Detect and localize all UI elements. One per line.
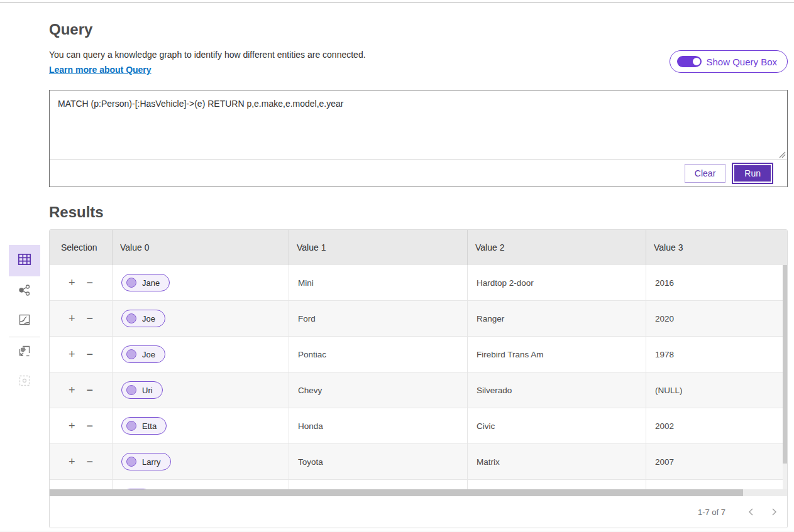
cell-model: Civic <box>468 408 646 443</box>
entity-pill[interactable]: Jane <box>121 274 170 291</box>
column-header-value1[interactable]: Value 1 <box>289 230 468 265</box>
cell-year: 2016 <box>646 265 787 300</box>
horizontal-scrollbar[interactable] <box>50 489 787 496</box>
link-chart-add-icon <box>17 373 32 391</box>
row-remove-selection-button[interactable]: − <box>85 312 95 325</box>
table-footer: 1-7 of 7 <box>50 496 787 528</box>
sidebar-item-map-add-view[interactable] <box>9 337 40 368</box>
sidebar-item-map-view[interactable] <box>9 305 40 337</box>
cell-make: Chevy <box>289 372 468 408</box>
horizontal-scrollbar-thumb[interactable] <box>50 489 743 496</box>
entity-icon <box>126 313 136 323</box>
top-divider <box>0 2 794 3</box>
row-add-selection-button[interactable]: + <box>67 419 77 433</box>
row-remove-selection-button[interactable]: − <box>85 383 95 397</box>
table-row: + − Jane Mini Hardtop 2-door 2016 <box>50 265 787 301</box>
column-header-value3[interactable]: Value 3 <box>646 230 787 265</box>
table-row: + − Uri Chevy Silverado (NULL) <box>50 372 787 408</box>
entity-pill[interactable]: Etta <box>121 417 167 435</box>
cell-year: 2007 <box>646 444 787 479</box>
table-row-partial <box>50 480 787 489</box>
row-add-selection-button[interactable]: + <box>67 312 77 325</box>
results-table: Selection Value 0 Value 1 Value 2 Value … <box>49 229 788 528</box>
cell-make: Pontiac <box>289 337 468 372</box>
row-remove-selection-button[interactable]: − <box>85 276 95 290</box>
cell-year: (NULL) <box>646 372 787 408</box>
vertical-scrollbar-thumb[interactable] <box>783 265 787 464</box>
pagination-range: 1-7 of 7 <box>698 508 725 517</box>
row-remove-selection-button[interactable]: − <box>85 419 95 433</box>
column-header-selection[interactable]: Selection <box>50 230 113 265</box>
entity-icon <box>126 278 136 288</box>
entity-pill[interactable]: Larry <box>121 453 171 470</box>
query-input[interactable]: MATCH (p:Person)-[:HasVehicle]->(e) RETU… <box>50 90 787 158</box>
page-title: Query <box>49 21 92 38</box>
page-description: You can query a knowledge graph to ident… <box>49 50 366 60</box>
column-header-value2[interactable]: Value 2 <box>468 230 646 265</box>
cell-make: Toyota <box>289 444 468 479</box>
query-actions: Clear Run <box>50 160 787 187</box>
cell-year: 1978 <box>646 337 787 372</box>
next-page-button[interactable] <box>768 506 780 518</box>
results-title: Results <box>49 204 104 221</box>
cell-model: Ranger <box>468 301 646 336</box>
cell-make: Mini <box>289 265 468 300</box>
row-add-selection-button[interactable]: + <box>67 276 77 290</box>
learn-more-link[interactable]: Learn more about Query <box>49 65 152 75</box>
toggle-switch-icon[interactable] <box>677 56 701 67</box>
map-icon <box>17 312 32 330</box>
table-row: + − Joe Ford Ranger 2020 <box>50 301 787 337</box>
entity-pill[interactable]: Joe <box>121 310 165 327</box>
row-add-selection-button[interactable]: + <box>67 347 77 361</box>
bottom-divider <box>0 531 794 531</box>
cell-make: Ford <box>289 301 468 336</box>
show-query-box-toggle[interactable]: Show Query Box <box>670 50 788 73</box>
cell-model: Silverado <box>468 372 646 408</box>
table-header: Selection Value 0 Value 1 Value 2 Value … <box>50 230 787 265</box>
cell-model: Hardtop 2-door <box>468 265 646 300</box>
run-button[interactable]: Run <box>734 165 771 182</box>
entity-pill[interactable]: Joe <box>121 345 165 363</box>
vertical-scrollbar[interactable] <box>783 265 787 489</box>
sidebar-item-link-chart-view[interactable] <box>9 276 40 307</box>
table-row: + − Etta Honda Civic 2002 <box>50 408 787 444</box>
sidebar-item-table-view[interactable] <box>9 245 40 276</box>
sidebar-item-link-chart-add-view-disabled <box>9 366 40 398</box>
table-view-icon <box>16 251 33 270</box>
cell-make: Honda <box>289 408 468 443</box>
previous-page-button[interactable] <box>746 506 757 518</box>
query-box: MATCH (p:Person)-[:HasVehicle]->(e) RETU… <box>49 90 788 187</box>
run-button-focus-ring: Run <box>732 163 773 184</box>
entity-icon <box>126 421 136 431</box>
row-add-selection-button[interactable]: + <box>67 455 77 469</box>
cell-model: Matrix <box>468 444 646 479</box>
map-add-icon <box>17 344 32 361</box>
row-remove-selection-button[interactable]: − <box>85 455 95 469</box>
row-add-selection-button[interactable]: + <box>67 383 77 397</box>
table-row: + − Larry Toyota Matrix 2007 <box>50 444 787 480</box>
toggle-knob <box>692 57 702 67</box>
entity-icon <box>126 385 136 395</box>
row-remove-selection-button[interactable]: − <box>85 347 95 361</box>
link-chart-icon <box>17 283 32 300</box>
table-row: + − Joe Pontiac Firebird Trans Am 1978 <box>50 337 787 372</box>
cell-model: Firebird Trans Am <box>468 337 646 372</box>
column-header-value0[interactable]: Value 0 <box>113 230 289 265</box>
clear-button[interactable]: Clear <box>685 164 725 183</box>
entity-pill[interactable]: Uri <box>121 381 163 399</box>
toggle-label: Show Query Box <box>706 57 777 67</box>
cell-year: 2020 <box>646 301 787 336</box>
entity-icon <box>126 457 136 467</box>
cell-year: 2002 <box>646 408 787 443</box>
entity-icon <box>126 349 136 359</box>
table-body: + − Jane Mini Hardtop 2-door 2016 + − Jo… <box>50 265 787 489</box>
